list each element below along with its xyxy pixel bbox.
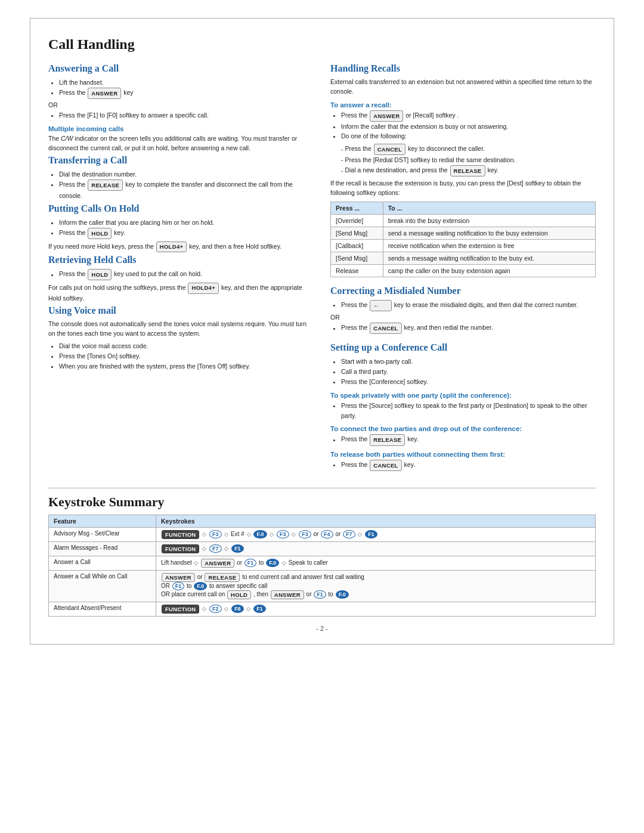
hold-title: Putting Calls On Hold (48, 203, 314, 214)
voicemail-bullets: Dial the voice mail access code. Press t… (48, 341, 314, 371)
cancel-key3: CANCEL (370, 460, 401, 471)
answer-key: ANSWER (88, 88, 121, 99)
list-item: Press the CANCEL key, and then redial th… (341, 323, 596, 334)
conference-title: Setting up a Conference Call (330, 342, 596, 353)
list-item: Inform the caller that you are placing h… (59, 218, 314, 228)
table-cell: [Override] (331, 214, 383, 227)
list-item: Press the CANCEL key. (341, 460, 596, 471)
table-cell-feature: Advisory Msg - Set/Clear (49, 527, 156, 541)
hold-extra: If you need more Hold keys, press the HO… (48, 241, 314, 252)
keystroke-title: Keystroke Summary (48, 494, 596, 510)
retrieving-bullets: Press the HOLD key used to put the call … (48, 269, 314, 280)
conference-bullets: Start with a two-party call. Call a thir… (330, 357, 596, 386)
diamond-icon: ◇ (270, 531, 274, 537)
list-item: Call a third party. (341, 367, 596, 377)
speak-privately-bullets: Press the [Source] softkey to speak to t… (330, 401, 596, 421)
list-item: Start with a two-party call. (341, 357, 596, 367)
misdialed-section: Correcting a Misdialed Number Press the … (330, 286, 596, 334)
cancel-key: CANCEL (374, 144, 405, 155)
transferring-bullets: Dial the destination number. Press the R… (48, 169, 314, 201)
list-item: Dial the destination number. (59, 169, 314, 179)
f1-key3: F1 (244, 559, 257, 567)
speak-privately-subtitle: To speak privately with one party (split… (330, 392, 596, 399)
diamond-icon: ◇ (224, 606, 228, 612)
list-item: Press the HOLD key. (59, 228, 314, 239)
answering-title: Answering a Call (48, 63, 314, 74)
table-cell-keystrokes: FUNCTION ◇ F3 ◇ Ext # ◇ F.0 ◇ F3 ◇ F3 or… (156, 527, 596, 541)
f0-key: F.0 (253, 530, 267, 538)
list-item: Press the [Source] softkey to speak to t… (341, 401, 596, 421)
list-item: Press the [Conference] softkey. (341, 377, 596, 387)
list-item: Do one of the following: (341, 131, 596, 141)
function-key2: FUNCTION (162, 544, 199, 553)
table-row: Alarm Messages - Read FUNCTION ◇ F7 ◇ F1 (49, 541, 596, 556)
diamond-icon: ◇ (202, 606, 206, 612)
answer-key3: ANSWER (201, 559, 234, 568)
table-cell: Release (331, 264, 383, 277)
busy-ext-text: If the recall is because the extension i… (330, 179, 596, 198)
table-header-press: Press ... (331, 202, 383, 214)
misdialed-bullets: Press the ← key to erase the misdialed d… (330, 300, 596, 311)
left-column: Answering a Call Lift the handset. Press… (48, 63, 314, 473)
list-item: Press the [Redial DST] softkey to redial… (341, 155, 596, 165)
ks-header-feature: Feature (49, 515, 156, 527)
table-row: Answer a Call While on Call ANSWER or RE… (49, 570, 596, 602)
hold-key: HOLD (88, 228, 112, 239)
table-cell-keystrokes: ANSWER or RELEASE to end current call an… (156, 570, 596, 602)
f0-key4: F.0 (336, 590, 349, 599)
table-row: Answer a Call Lift handset ◇ ANSWER or F… (49, 556, 596, 570)
release-key2: RELEASE (450, 165, 485, 176)
f2-key: F2 (209, 605, 222, 613)
list-item: Press the [Tones On] softkey. (59, 351, 314, 361)
ks-header-keystrokes: Keystrokes (156, 515, 596, 527)
f0-key3: F.0 (194, 582, 207, 590)
answer-key4: ANSWER (162, 573, 195, 582)
to-answer-subtitle: To answer a recall: (330, 101, 596, 109)
diamond-icon: ◇ (224, 546, 228, 552)
table-cell: break into the busy extension (383, 214, 595, 227)
misdialed-title: Correcting a Misdialed Number (330, 286, 596, 296)
transferring-title: Transferring a Call (48, 155, 314, 166)
list-item: Press the RELEASE key. (341, 434, 596, 445)
release-key4: RELEASE (205, 573, 240, 582)
handling-recalls-intro: External calls transferred to an extensi… (330, 78, 596, 97)
table-cell-feature: Answer a Call (49, 556, 156, 570)
table-row: Advisory Msg - Set/Clear FUNCTION ◇ F3 ◇… (49, 527, 596, 541)
f1-key5: F1 (314, 590, 326, 599)
main-title: Call Handling (48, 36, 596, 52)
diamond-icon: ◇ (224, 531, 228, 537)
diamond-icon: ◇ (246, 606, 250, 612)
hold-key3: HOLD (227, 590, 251, 599)
or-label2: OR (330, 314, 596, 321)
function-key3: FUNCTION (162, 605, 199, 614)
diamond-icon: ◇ (247, 531, 251, 537)
to-answer-bullets: Press the ANSWER or [Recall] softkey . I… (330, 110, 596, 142)
table-cell: [Send Msg] (331, 227, 383, 239)
list-item: Press the HOLD key used to put the call … (59, 269, 314, 280)
f1-key4: F1 (172, 582, 185, 590)
answer-key5: ANSWER (271, 590, 304, 599)
table-row: [Callback] receive notification when the… (331, 239, 596, 252)
release-both-bullets: Press the CANCEL key. (330, 460, 596, 471)
diamond-icon: ◇ (282, 560, 286, 566)
connect-two-subtitle: To connect the two parties and drop out … (330, 425, 596, 432)
voicemail-section: Using Voice mail The console does not au… (48, 305, 314, 371)
table-row: Release camp the caller on the busy exte… (331, 264, 596, 277)
hold4plus-key: HOLD4+ (156, 241, 187, 252)
release-key3: RELEASE (370, 434, 405, 445)
table-cell: sends a message waiting notification to … (383, 252, 595, 264)
multiple-calls-text: The C/W indicator on the screen tells yo… (48, 134, 314, 153)
diamond-icon: ◇ (292, 531, 296, 537)
keystroke-table: Feature Keystrokes Advisory Msg - Set/Cl… (48, 515, 596, 617)
transferring-section: Transferring a Call Dial the destination… (48, 155, 314, 201)
table-row: [Send Msg] send a message waiting notifi… (331, 227, 596, 239)
table-cell: [Send Msg] (331, 252, 383, 264)
list-item: Dial the voice mail access code. (59, 341, 314, 351)
f3-key3: F3 (299, 530, 311, 538)
recalls-options-table: Press ... To ... [Override] break into t… (330, 202, 596, 277)
f7-key2: F7 (209, 544, 222, 553)
table-cell-feature: Alarm Messages - Read (49, 541, 156, 556)
f7-key: F7 (343, 530, 355, 538)
hold-key2: HOLD (88, 269, 112, 280)
table-header-to: To ... (383, 202, 595, 214)
